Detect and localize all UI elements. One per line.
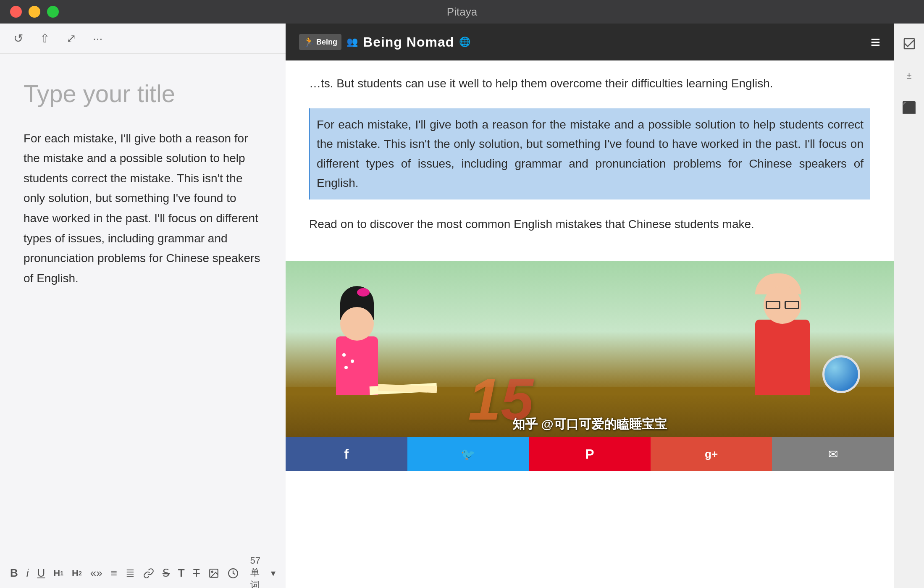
watermark-text: 知乎 @可口可爱的瞌睡宝宝 <box>286 416 894 433</box>
maximize-button[interactable] <box>47 6 59 18</box>
image-scene: 15 知乎 @可口可爱的瞌睡宝宝 <box>286 261 894 437</box>
right-sidebar: ± ⬛ <box>894 24 924 588</box>
editor-body-text[interactable]: For each mistake, I'll give both a reaso… <box>24 129 262 289</box>
formula-icon: ± <box>906 70 911 81</box>
web-article-image: 15 知乎 @可口可爱的瞌睡宝宝 f 🐦 P <box>286 261 894 471</box>
web-highlighted-paragraph: For each mistake, I'll give both a reaso… <box>309 108 870 200</box>
close-button[interactable] <box>10 6 22 18</box>
formula-sidebar-button[interactable]: ± <box>899 66 919 86</box>
web-content-inner: …ts. But students can use it well to hel… <box>286 60 894 261</box>
shape-icon: ⬛ <box>902 101 916 115</box>
web-panel: 🏃 Being 👥 Being Nomad 🌐 ≡ …ts. But stude… <box>286 24 894 588</box>
hamburger-menu-button[interactable]: ≡ <box>871 33 880 52</box>
svg-point-1 <box>211 571 213 572</box>
refresh-button[interactable]: ↺ <box>13 32 23 45</box>
image-button[interactable] <box>208 568 219 579</box>
email-icon: ✉ <box>828 447 838 461</box>
clear-format-button[interactable]: T <box>193 567 200 580</box>
svg-rect-3 <box>904 39 914 49</box>
twitter-share-button[interactable]: 🐦 <box>407 437 529 471</box>
check-sidebar-button[interactable] <box>899 34 919 54</box>
shape-sidebar-button[interactable]: ⬛ <box>899 97 919 118</box>
list-ol-button[interactable]: ≣ <box>126 567 135 580</box>
quote-button[interactable]: «» <box>90 567 102 580</box>
googleplus-icon: g+ <box>705 448 718 461</box>
minimize-button[interactable] <box>29 6 40 18</box>
list-ul-button[interactable]: ≡ <box>111 567 117 580</box>
word-count: 57 单词 <box>250 555 262 588</box>
pinterest-share-button[interactable]: P <box>529 437 651 471</box>
web-navbar: 🏃 Being 👥 Being Nomad 🌐 ≡ <box>286 24 894 60</box>
web-logo: 🏃 Being 👥 Being Nomad 🌐 <box>299 34 470 50</box>
english-text: English. <box>731 77 773 90</box>
pinterest-icon: P <box>585 446 594 462</box>
googleplus-share-button[interactable]: g+ <box>651 437 772 471</box>
title-bar: Pitaya <box>0 0 924 24</box>
fullscreen-button[interactable]: ⤢ <box>66 32 76 45</box>
bold-button[interactable]: B <box>10 567 18 580</box>
strikethrough-button[interactable]: S̶ <box>163 567 170 580</box>
text-button[interactable]: T <box>178 567 185 580</box>
web-partial-top-text: …ts. But students can use it well to hel… <box>309 74 870 93</box>
editor-content: Type your title For each mistake, I'll g… <box>0 54 286 558</box>
underline-button[interactable]: U <box>37 567 45 580</box>
web-read-on-para: Read on to discover the most common Engl… <box>309 215 870 234</box>
app-title: Pitaya <box>447 5 477 18</box>
h2-button[interactable]: H2 <box>72 568 82 579</box>
editor-title-placeholder[interactable]: Type your title <box>24 79 262 108</box>
editor-top-toolbar: ↺ ⇧ ⤢ ··· <box>0 24 286 54</box>
main-container: ↺ ⇧ ⤢ ··· Type your title For each mista… <box>0 24 924 588</box>
word-count-dropdown[interactable]: ▾ <box>271 568 276 579</box>
social-share-bar: f 🐦 P g+ ✉ <box>286 437 894 471</box>
facebook-icon: f <box>344 446 349 462</box>
facebook-share-button[interactable]: f <box>286 437 407 471</box>
more-button[interactable]: ··· <box>93 32 102 45</box>
italic-button[interactable]: i <box>26 567 29 580</box>
clock-button[interactable] <box>228 568 239 579</box>
email-share-button[interactable]: ✉ <box>772 437 894 471</box>
editor-panel: ↺ ⇧ ⤢ ··· Type your title For each mista… <box>0 24 286 588</box>
editor-bottom-toolbar: B i U H1 H2 «» ≡ ≣ S̶ T T <box>0 558 286 588</box>
traffic-lights <box>10 6 59 18</box>
share-button[interactable]: ⇧ <box>40 32 50 45</box>
twitter-icon: 🐦 <box>461 447 475 461</box>
link-button[interactable] <box>143 568 154 579</box>
h1-button[interactable]: H1 <box>53 568 63 579</box>
web-content-area: …ts. But students can use it well to hel… <box>286 60 894 588</box>
web-logo-text: Being Nomad <box>363 34 454 50</box>
